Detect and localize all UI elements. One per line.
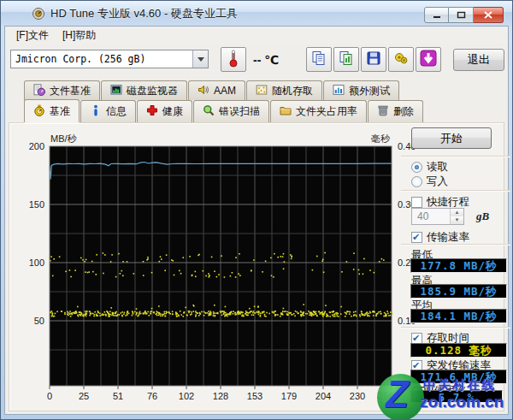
write-radio[interactable] [411, 176, 422, 187]
svg-text:230: 230 [350, 391, 365, 401]
svg-text:100: 100 [29, 257, 44, 268]
svg-text:179: 179 [281, 391, 297, 401]
health-icon [146, 104, 158, 119]
svg-text:50: 50 [34, 316, 44, 326]
divider [401, 190, 510, 192]
tab-benchmark[interactable]: 基准 [24, 99, 80, 122]
min-value-lcd: 177.8 MB/秒 [410, 258, 507, 273]
tab-label: 文件基准 [50, 84, 91, 98]
tab-speaker[interactable]: AAM [188, 80, 245, 100]
write-radio-row[interactable]: 写入 [411, 175, 448, 189]
client-area: [F]文件 [H]帮助 Jmicron Corp. (256 gB) -- ℃ [4, 26, 509, 415]
tab-folder-usage[interactable]: 文件夹占用率 [270, 100, 367, 122]
short-stroke-unit: gB [476, 210, 489, 223]
spinner-up-icon[interactable]: ▲ [451, 209, 463, 216]
tab-random-access[interactable]: 随机存取 [246, 80, 322, 100]
short-stroke-value: 40 [412, 209, 450, 224]
tab-error-scan[interactable]: 错误扫描 [193, 100, 269, 122]
exit-button[interactable]: 退出 [453, 49, 504, 71]
benchmark-chart: MB/秒毫秒200150100500.400.300.200.100255176… [21, 131, 423, 403]
toolbar: Jmicron Corp. (256 gB) -- ℃ [5, 44, 508, 79]
divider [401, 156, 510, 157]
tab-disk-monitor[interactable]: 磁盘监视器 [101, 80, 187, 100]
maximize-button[interactable] [449, 7, 474, 23]
menu-help[interactable]: [H]帮助 [56, 27, 103, 44]
save-button[interactable] [361, 47, 386, 72]
info-icon [90, 104, 102, 119]
app-window: HD Tune 专业版 v4.60 - 硬盘专业工具 [F]文件 [H]帮助 J… [0, 0, 513, 420]
spinner-down-icon[interactable]: ▼ [451, 216, 463, 224]
tab-info[interactable]: 信息 [80, 100, 136, 122]
tab-erase[interactable]: 删除 [368, 100, 423, 122]
short-stroke-spinner[interactable]: 40 ▲▼ [411, 208, 464, 225]
tab-health[interactable]: 健康 [137, 100, 192, 122]
burst-rate-lcd: 171.6 MB/秒 [410, 370, 507, 384]
access-time-lcd: 0.128 毫秒 [410, 343, 507, 358]
svg-text:150: 150 [29, 199, 44, 210]
divider [401, 327, 510, 328]
tab-label: AAM [214, 85, 236, 97]
thermometer-icon [228, 49, 239, 71]
tab-label: 随机存取 [272, 84, 313, 98]
transfer-rate-row[interactable]: 传输速率 [411, 230, 469, 245]
folder-usage-icon [280, 104, 292, 119]
chevron-down-icon[interactable] [192, 50, 208, 68]
write-label: 写入 [427, 175, 448, 189]
minimize-button[interactable] [424, 7, 449, 23]
start-button[interactable]: 开始 [411, 127, 492, 149]
tab-label: 基准 [50, 104, 70, 119]
erase-icon [377, 104, 389, 119]
title-bar: HD Tune 专业版 v4.60 - 硬盘专业工具 [1, 1, 512, 26]
app-icon [32, 7, 45, 21]
svg-text:MB/秒: MB/秒 [50, 133, 78, 144]
max-value-lcd: 185.9 MB/秒 [410, 284, 507, 299]
svg-text:128: 128 [213, 391, 228, 401]
close-button[interactable] [474, 7, 504, 23]
avg-value-lcd: 184.1 MB/秒 [410, 309, 507, 323]
temperature-readout: -- ℃ [253, 53, 279, 67]
tab-label: 错误扫描 [219, 104, 260, 119]
svg-text:153: 153 [247, 391, 262, 401]
menu-file[interactable]: [F]文件 [9, 27, 56, 44]
copy-button[interactable] [306, 47, 332, 72]
tab-label: 删除 [393, 104, 414, 119]
random-access-icon [256, 84, 268, 98]
spinner-arrows[interactable]: ▲▼ [450, 209, 463, 224]
tab-row-back: 文件基准磁盘监视器AAM随机存取额外测试 [24, 80, 400, 100]
svg-text:76: 76 [147, 391, 157, 401]
options-button[interactable] [388, 47, 414, 72]
read-radio-row[interactable]: 读取 [411, 160, 448, 175]
tab-label: 健康 [162, 104, 183, 119]
extra-tests-icon [333, 84, 345, 98]
temperature-button[interactable] [221, 47, 246, 72]
tab-label: 额外测试 [349, 84, 390, 98]
svg-text:25: 25 [79, 391, 89, 401]
benchmark-icon [33, 104, 45, 119]
tab-extra-tests[interactable]: 额外测试 [323, 80, 399, 100]
file-benchmark-icon [33, 84, 45, 98]
svg-text:256gB: 256gB [378, 391, 405, 401]
transfer-rate-checkbox[interactable] [411, 232, 422, 243]
short-stroke-checkbox[interactable] [411, 197, 422, 208]
cpu-usage-lcd: 5.7 % [410, 390, 503, 403]
drive-select-value: Jmicron Corp. (256 gB) [11, 53, 192, 65]
svg-text:51: 51 [113, 391, 123, 401]
download-icon [420, 50, 437, 70]
svg-text:毫秒: 毫秒 [371, 133, 391, 144]
divider [401, 244, 510, 245]
read-radio[interactable] [411, 162, 422, 173]
disk-monitor-icon [110, 84, 122, 98]
tab-label: 磁盘监视器 [127, 84, 178, 98]
speaker-icon [198, 84, 209, 98]
copy-image-icon [339, 50, 354, 69]
svg-text:200: 200 [29, 141, 44, 151]
drive-select[interactable]: Jmicron Corp. (256 gB) [10, 50, 209, 68]
download-button[interactable] [416, 47, 441, 72]
read-label: 读取 [427, 160, 448, 175]
tab-label: 文件夹占用率 [296, 104, 357, 119]
copy-image-button[interactable] [333, 47, 359, 72]
window-title: HD Tune 专业版 v4.60 - 硬盘专业工具 [50, 6, 238, 21]
svg-text:102: 102 [179, 391, 194, 401]
menu-bar: [F]文件 [H]帮助 [5, 27, 508, 44]
tab-file-benchmark[interactable]: 文件基准 [24, 80, 100, 100]
